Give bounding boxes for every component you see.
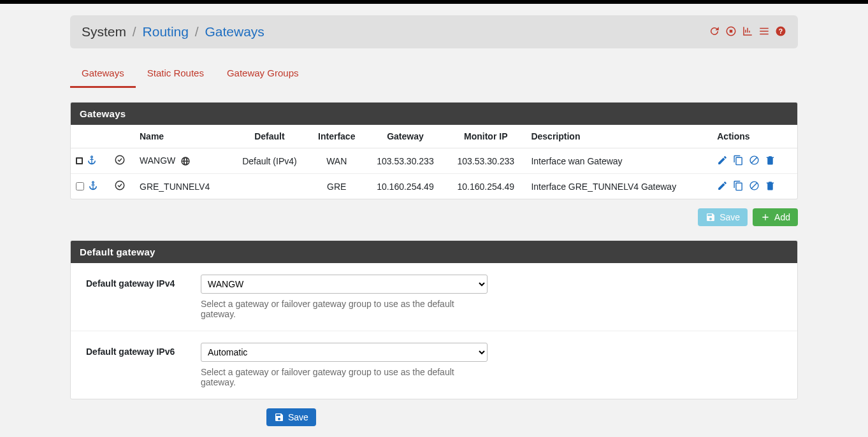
add-button[interactable]: Add: [753, 208, 798, 226]
ipv6-label: Default gateway IPv6: [86, 343, 201, 357]
form-row-ipv6: Default gateway IPv6 Automatic Select a …: [71, 331, 797, 399]
ipv6-help: Select a gateway or failover gateway gro…: [201, 367, 488, 387]
ipv4-select[interactable]: WANGW: [201, 275, 488, 294]
gateways-panel: Gateways Name Default Interface Gateway …: [70, 102, 798, 199]
gateways-table: Name Default Interface Gateway Monitor I…: [71, 125, 797, 199]
gateways-panel-title: Gateways: [71, 103, 797, 125]
form-row-ipv4: Default gateway IPv4 WANGW Select a gate…: [71, 263, 797, 331]
gateway-monitor: 103.53.30.233: [445, 148, 526, 174]
gateway-interface: WAN: [308, 148, 365, 174]
refresh-icon[interactable]: [709, 25, 720, 39]
gateway-default: [231, 174, 308, 199]
tab-gateway-groups[interactable]: Gateway Groups: [215, 60, 310, 88]
gateway-description: Interface GRE_TUNNELV4 Gateway: [526, 174, 712, 199]
tab-gateways[interactable]: Gateways: [70, 60, 136, 88]
col-actions: Actions: [712, 125, 797, 148]
anchor-icon[interactable]: [87, 155, 97, 167]
top-bar: [0, 0, 868, 4]
delete-icon[interactable]: [765, 183, 778, 193]
stop-icon[interactable]: [725, 25, 737, 39]
breadcrumb-routing[interactable]: Routing: [143, 24, 189, 39]
svg-rect-0: [730, 29, 733, 32]
gateway-default: Default (IPv4): [231, 148, 308, 174]
status-ok-icon: [114, 157, 126, 168]
gateway-monitor: 10.160.254.49: [445, 174, 526, 199]
row-checkbox[interactable]: [76, 182, 84, 190]
globe-icon: [178, 155, 191, 166]
disable-icon[interactable]: [749, 157, 762, 168]
page-header: System / Routing / Gateways ?: [70, 15, 798, 48]
col-description: Description: [526, 125, 712, 148]
col-name: Name: [134, 125, 231, 148]
breadcrumb-sep: /: [195, 24, 199, 39]
ipv6-select[interactable]: Automatic: [201, 343, 488, 362]
button-row: Save Add: [70, 208, 798, 226]
breadcrumb-gateways[interactable]: Gateways: [205, 24, 264, 39]
edit-icon[interactable]: [717, 183, 730, 193]
delete-icon[interactable]: [765, 157, 778, 168]
col-monitor: Monitor IP: [445, 125, 526, 148]
gateway-ip: 103.53.30.233: [365, 148, 445, 174]
svg-point-3: [115, 155, 124, 164]
breadcrumb: System / Routing / Gateways: [82, 24, 264, 39]
col-gateway: Gateway: [365, 125, 445, 148]
svg-point-4: [115, 181, 124, 190]
help-icon[interactable]: ?: [775, 25, 786, 39]
tab-nav: Gateways Static Routes Gateway Groups: [70, 60, 798, 88]
chart-icon[interactable]: [742, 25, 753, 39]
status-ok-icon: [114, 183, 126, 193]
tab-static-routes[interactable]: Static Routes: [136, 60, 215, 88]
gateway-interface: GRE: [308, 174, 365, 199]
col-default: Default: [231, 125, 308, 148]
table-row: GRE_TUNNELV4 GRE 10.160.254.49 10.160.25…: [71, 174, 797, 199]
breadcrumb-root: System: [82, 24, 126, 39]
header-icons: ?: [709, 25, 786, 39]
gateway-description: Interface wan Gateway: [526, 148, 712, 174]
default-gateway-title: Default gateway: [71, 241, 797, 263]
ipv4-help: Select a gateway or failover gateway gro…: [201, 299, 488, 319]
copy-icon[interactable]: [733, 157, 746, 168]
add-button-label: Add: [774, 212, 790, 222]
save-default-label: Save: [288, 412, 308, 422]
table-row: WANGW Default (IPv4) WAN 103.53.30.233 1…: [71, 148, 797, 174]
edit-icon[interactable]: [717, 157, 730, 168]
list-icon[interactable]: [758, 25, 770, 39]
default-gateway-panel: Default gateway Default gateway IPv4 WAN…: [70, 240, 798, 399]
disable-icon[interactable]: [749, 183, 762, 193]
gateway-name: WANGW: [140, 155, 175, 166]
breadcrumb-sep: /: [133, 24, 136, 39]
anchor-icon[interactable]: [88, 180, 98, 192]
col-interface: Interface: [308, 125, 365, 148]
save-default-button[interactable]: Save: [266, 408, 316, 426]
copy-icon[interactable]: [733, 183, 746, 193]
drag-handle-icon[interactable]: [76, 157, 83, 164]
save-button[interactable]: Save: [698, 208, 748, 226]
gateway-name: GRE_TUNNELV4: [134, 174, 231, 199]
svg-text:?: ?: [779, 27, 783, 34]
ipv4-label: Default gateway IPv4: [86, 275, 201, 289]
gateway-ip: 10.160.254.49: [365, 174, 445, 199]
save-button-label: Save: [720, 212, 740, 222]
